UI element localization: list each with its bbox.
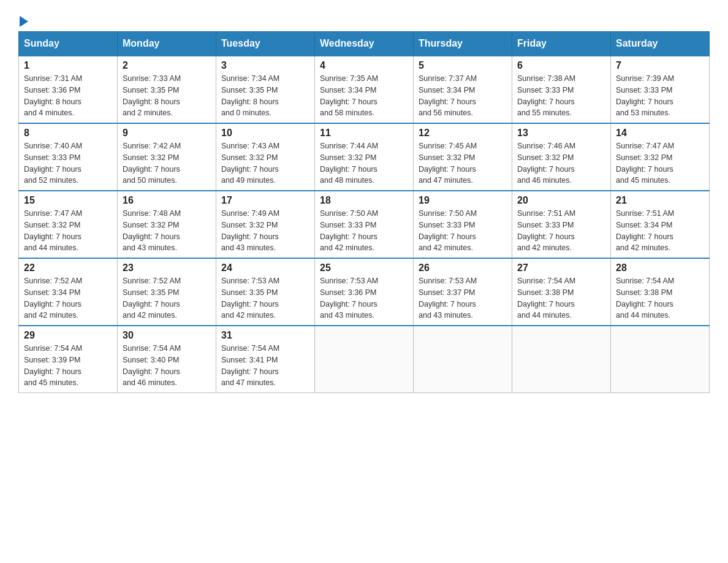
calendar-cell: 30Sunrise: 7:54 AMSunset: 3:40 PMDayligh… (118, 326, 216, 393)
calendar-week-3: 15Sunrise: 7:47 AMSunset: 3:32 PMDayligh… (19, 191, 710, 258)
day-info: Sunrise: 7:37 AMSunset: 3:34 PMDaylight:… (419, 73, 507, 119)
day-number: 22 (24, 262, 112, 274)
calendar-cell: 27Sunrise: 7:54 AMSunset: 3:38 PMDayligh… (512, 258, 611, 326)
day-number: 18 (320, 195, 408, 206)
calendar-cell: 11Sunrise: 7:44 AMSunset: 3:32 PMDayligh… (315, 123, 414, 191)
calendar-cell (315, 326, 414, 393)
day-number: 13 (517, 128, 605, 139)
calendar-cell: 14Sunrise: 7:47 AMSunset: 3:32 PMDayligh… (611, 123, 710, 191)
day-info: Sunrise: 7:53 AMSunset: 3:37 PMDaylight:… (419, 275, 507, 321)
day-info: Sunrise: 7:47 AMSunset: 3:32 PMDaylight:… (24, 208, 112, 254)
day-number: 16 (123, 195, 211, 206)
day-info: Sunrise: 7:44 AMSunset: 3:32 PMDaylight:… (320, 140, 408, 186)
calendar-cell: 5Sunrise: 7:37 AMSunset: 3:34 PMDaylight… (414, 56, 512, 123)
calendar-cell (414, 326, 512, 393)
day-number: 28 (616, 262, 704, 274)
day-info: Sunrise: 7:50 AMSunset: 3:33 PMDaylight:… (419, 208, 507, 254)
calendar-week-4: 22Sunrise: 7:52 AMSunset: 3:34 PMDayligh… (19, 258, 710, 326)
day-info: Sunrise: 7:49 AMSunset: 3:32 PMDaylight:… (221, 208, 309, 254)
day-info: Sunrise: 7:35 AMSunset: 3:34 PMDaylight:… (320, 73, 408, 119)
day-info: Sunrise: 7:46 AMSunset: 3:32 PMDaylight:… (517, 140, 605, 186)
day-number: 2 (123, 60, 211, 71)
day-number: 15 (24, 195, 112, 206)
calendar-table: SundayMondayTuesdayWednesdayThursdayFrid… (18, 31, 710, 393)
day-number: 9 (123, 128, 211, 139)
calendar-cell: 20Sunrise: 7:51 AMSunset: 3:33 PMDayligh… (512, 191, 611, 258)
day-info: Sunrise: 7:40 AMSunset: 3:33 PMDaylight:… (24, 140, 112, 186)
day-number: 24 (221, 262, 309, 274)
weekday-header-saturday: Saturday (611, 32, 710, 56)
calendar-cell: 25Sunrise: 7:53 AMSunset: 3:36 PMDayligh… (315, 258, 414, 326)
day-number: 20 (517, 195, 605, 206)
day-info: Sunrise: 7:50 AMSunset: 3:33 PMDaylight:… (320, 208, 408, 254)
logo-arrow-icon (20, 16, 28, 27)
calendar-cell: 24Sunrise: 7:53 AMSunset: 3:35 PMDayligh… (216, 258, 315, 326)
day-info: Sunrise: 7:34 AMSunset: 3:35 PMDaylight:… (221, 73, 309, 119)
day-number: 8 (24, 128, 112, 139)
logo (18, 12, 28, 25)
calendar-cell: 23Sunrise: 7:52 AMSunset: 3:35 PMDayligh… (118, 258, 216, 326)
day-info: Sunrise: 7:54 AMSunset: 3:38 PMDaylight:… (616, 275, 704, 321)
day-number: 12 (419, 128, 507, 139)
day-info: Sunrise: 7:43 AMSunset: 3:32 PMDaylight:… (221, 140, 309, 186)
day-info: Sunrise: 7:39 AMSunset: 3:33 PMDaylight:… (616, 73, 704, 119)
day-number: 14 (616, 128, 704, 139)
calendar-cell: 12Sunrise: 7:45 AMSunset: 3:32 PMDayligh… (414, 123, 512, 191)
day-number: 11 (320, 128, 408, 139)
calendar-cell: 26Sunrise: 7:53 AMSunset: 3:37 PMDayligh… (414, 258, 512, 326)
calendar-cell: 7Sunrise: 7:39 AMSunset: 3:33 PMDaylight… (611, 56, 710, 123)
calendar-cell: 10Sunrise: 7:43 AMSunset: 3:32 PMDayligh… (216, 123, 315, 191)
day-number: 21 (616, 195, 704, 206)
day-info: Sunrise: 7:53 AMSunset: 3:36 PMDaylight:… (320, 275, 408, 321)
day-number: 5 (419, 60, 507, 71)
calendar-cell: 29Sunrise: 7:54 AMSunset: 3:39 PMDayligh… (19, 326, 118, 393)
day-info: Sunrise: 7:54 AMSunset: 3:40 PMDaylight:… (123, 343, 211, 389)
day-number: 6 (517, 60, 605, 71)
day-info: Sunrise: 7:45 AMSunset: 3:32 PMDaylight:… (419, 140, 507, 186)
calendar-cell: 21Sunrise: 7:51 AMSunset: 3:34 PMDayligh… (611, 191, 710, 258)
calendar-cell: 31Sunrise: 7:54 AMSunset: 3:41 PMDayligh… (216, 326, 315, 393)
day-number: 4 (320, 60, 408, 71)
weekday-header-row: SundayMondayTuesdayWednesdayThursdayFrid… (19, 32, 710, 56)
day-number: 7 (616, 60, 704, 71)
day-number: 23 (123, 262, 211, 274)
day-info: Sunrise: 7:54 AMSunset: 3:41 PMDaylight:… (221, 343, 309, 389)
calendar-cell: 4Sunrise: 7:35 AMSunset: 3:34 PMDaylight… (315, 56, 414, 123)
calendar-week-5: 29Sunrise: 7:54 AMSunset: 3:39 PMDayligh… (19, 326, 710, 393)
calendar-cell: 9Sunrise: 7:42 AMSunset: 3:32 PMDaylight… (118, 123, 216, 191)
day-info: Sunrise: 7:53 AMSunset: 3:35 PMDaylight:… (221, 275, 309, 321)
day-number: 1 (24, 60, 112, 71)
day-number: 29 (24, 330, 112, 341)
day-info: Sunrise: 7:51 AMSunset: 3:33 PMDaylight:… (517, 208, 605, 254)
weekday-header-friday: Friday (512, 32, 611, 56)
calendar-cell: 18Sunrise: 7:50 AMSunset: 3:33 PMDayligh… (315, 191, 414, 258)
day-info: Sunrise: 7:31 AMSunset: 3:36 PMDaylight:… (24, 73, 112, 119)
day-number: 30 (123, 330, 211, 341)
calendar-cell: 6Sunrise: 7:38 AMSunset: 3:33 PMDaylight… (512, 56, 611, 123)
calendar-cell: 1Sunrise: 7:31 AMSunset: 3:36 PMDaylight… (19, 56, 118, 123)
page-header (18, 12, 710, 25)
calendar-cell (512, 326, 611, 393)
day-info: Sunrise: 7:38 AMSunset: 3:33 PMDaylight:… (517, 73, 605, 119)
calendar-cell: 3Sunrise: 7:34 AMSunset: 3:35 PMDaylight… (216, 56, 315, 123)
calendar-cell: 8Sunrise: 7:40 AMSunset: 3:33 PMDaylight… (19, 123, 118, 191)
day-info: Sunrise: 7:48 AMSunset: 3:32 PMDaylight:… (123, 208, 211, 254)
day-number: 31 (221, 330, 309, 341)
calendar-cell: 28Sunrise: 7:54 AMSunset: 3:38 PMDayligh… (611, 258, 710, 326)
weekday-header-thursday: Thursday (414, 32, 512, 56)
day-info: Sunrise: 7:52 AMSunset: 3:34 PMDaylight:… (24, 275, 112, 321)
day-info: Sunrise: 7:47 AMSunset: 3:32 PMDaylight:… (616, 140, 704, 186)
calendar-cell: 15Sunrise: 7:47 AMSunset: 3:32 PMDayligh… (19, 191, 118, 258)
day-info: Sunrise: 7:52 AMSunset: 3:35 PMDaylight:… (123, 275, 211, 321)
day-info: Sunrise: 7:33 AMSunset: 3:35 PMDaylight:… (123, 73, 211, 119)
day-info: Sunrise: 7:51 AMSunset: 3:34 PMDaylight:… (616, 208, 704, 254)
day-info: Sunrise: 7:54 AMSunset: 3:39 PMDaylight:… (24, 343, 112, 389)
calendar-week-2: 8Sunrise: 7:40 AMSunset: 3:33 PMDaylight… (19, 123, 710, 191)
calendar-cell: 16Sunrise: 7:48 AMSunset: 3:32 PMDayligh… (118, 191, 216, 258)
weekday-header-sunday: Sunday (19, 32, 118, 56)
calendar-cell: 19Sunrise: 7:50 AMSunset: 3:33 PMDayligh… (414, 191, 512, 258)
calendar-cell: 2Sunrise: 7:33 AMSunset: 3:35 PMDaylight… (118, 56, 216, 123)
calendar-week-1: 1Sunrise: 7:31 AMSunset: 3:36 PMDaylight… (19, 56, 710, 123)
day-number: 10 (221, 128, 309, 139)
day-info: Sunrise: 7:42 AMSunset: 3:32 PMDaylight:… (123, 140, 211, 186)
